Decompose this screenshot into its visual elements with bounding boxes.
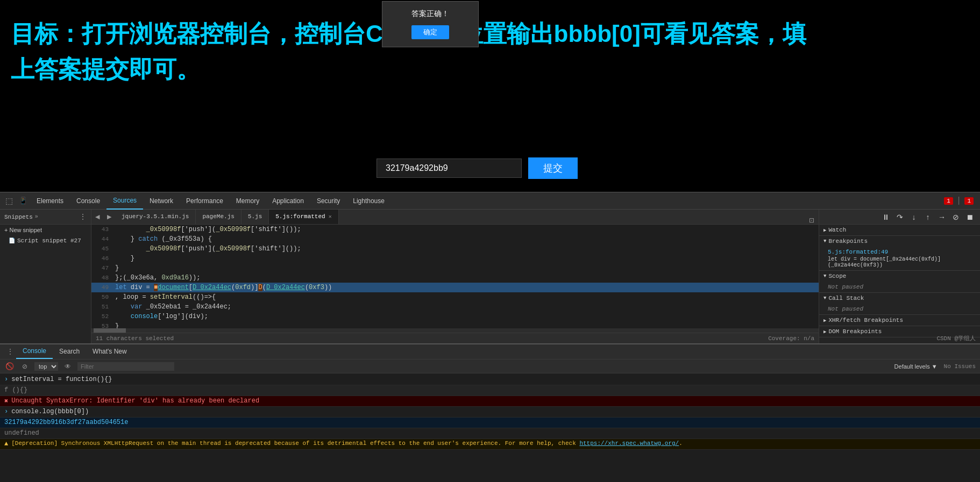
console-tabs: ⋮ Console Search What's New <box>0 344 980 359</box>
code-line-51: 51 var _0x52eba1 = _0x2a44ec; <box>91 302 819 312</box>
file-tab-2[interactable]: 5.js <box>242 210 269 224</box>
line-content-50: , loop = setInterval(()=>{ <box>113 292 216 302</box>
answer-area: 提交 <box>377 157 578 179</box>
file-tab-nav-forward[interactable]: ▶ <box>103 210 115 224</box>
snippet-item[interactable]: 📄 Script snippet #27 <box>0 235 91 246</box>
dom-label: DOM Breakpoints <box>828 328 882 335</box>
file-tab-nav-back[interactable]: ◀ <box>91 210 103 224</box>
snippets-label: Snippets <box>4 214 33 220</box>
debug-deactivate[interactable]: ⊘ <box>950 211 962 223</box>
code-line-49: 49 let div = ■document[D_0x2a44ec(0xfd)]… <box>91 283 819 292</box>
code-line-46: 46 } <box>91 254 819 263</box>
snippet-icon: 📄 <box>9 238 15 244</box>
submit-button[interactable]: 提交 <box>528 157 578 179</box>
scope-section: ▼ Scope Not paused <box>819 271 980 293</box>
console-entry-4: 32179a4292bb916b3df27aabd504651e <box>0 418 980 428</box>
line-content-48: };(_0x3e6a, 0xd9a16)); <box>113 273 200 283</box>
snippets-menu-icon[interactable]: ⋮ <box>79 212 87 221</box>
xhr-collapse-icon: ▶ <box>823 318 826 323</box>
console-text-0: setInterval = function(){} <box>11 376 976 383</box>
file-tab-3-close[interactable]: ✕ <box>329 213 332 220</box>
console-error-icon: ✖ <box>4 397 8 405</box>
breakpoint-file: 5.js:formatted:49 <box>828 249 971 255</box>
devtools: ⬚ 📱 Elements Console Sources Network Per… <box>0 192 980 482</box>
error-badge2: 1 <box>964 197 974 205</box>
code-line-50: 50 , loop = setInterval(()=>{ <box>91 292 819 302</box>
console-top-select[interactable]: top <box>34 362 58 371</box>
tab-sources[interactable]: Sources <box>106 192 143 210</box>
file-tab-0[interactable]: jquery-3.5.1.min.js <box>115 210 196 224</box>
console-entry-1: f (){} <box>0 385 980 396</box>
line-content-47: } <box>113 263 119 273</box>
modal-ok-button[interactable]: 确定 <box>411 25 449 39</box>
sources-panel: Snippets » ⋮ + New snippet 📄 Script snip… <box>0 210 980 343</box>
debug-step-into[interactable]: ↓ <box>908 211 920 223</box>
console-filter-btn[interactable]: ⊘ <box>19 361 30 372</box>
console-eye-btn[interactable]: 👁 <box>62 361 73 372</box>
devtools-icon-inspect[interactable]: ⬚ <box>2 194 16 208</box>
tab-security[interactable]: Security <box>310 192 346 210</box>
call-stack-header[interactable]: ▼ Call Stack <box>819 293 980 304</box>
tab-lighthouse[interactable]: Lighthouse <box>346 192 391 210</box>
devtools-tabbar: ⬚ 📱 Elements Console Sources Network Per… <box>0 192 980 210</box>
watch-header[interactable]: ▶ Watch <box>819 225 980 235</box>
console-tab-whatsnew[interactable]: What's New <box>86 344 133 359</box>
answer-input[interactable] <box>377 159 522 178</box>
file-tab-3-active[interactable]: 5.js:formatted ✕ <box>269 210 338 224</box>
console-panel: ⋮ Console Search What's New 🚫 ⊘ top 👁 De… <box>0 343 980 482</box>
debug-step-out[interactable]: ↑ <box>922 211 934 223</box>
tab-memory[interactable]: Memory <box>230 192 266 210</box>
line-num-44: 44 <box>91 234 113 244</box>
line-content-51: var _0x52eba1 = _0x2a44ec; <box>113 302 231 312</box>
console-issues-label: No Issues <box>944 363 976 370</box>
breakpoints-header[interactable]: ▼ Breakpoints <box>819 236 980 247</box>
new-snippet-button[interactable]: + New snippet <box>0 225 91 235</box>
tab-elements[interactable]: Elements <box>30 192 70 210</box>
call-stack-section: ▼ Call Stack Not paused <box>819 293 980 315</box>
editor-scrollbar-h[interactable] <box>91 328 819 333</box>
debug-step-over[interactable]: ↷ <box>894 211 906 223</box>
debug-pause-btn[interactable]: ⏸ <box>880 211 892 223</box>
file-tab-1[interactable]: pageMe.js <box>196 210 241 224</box>
console-text-5: undefined <box>4 429 976 437</box>
scrollbar-thumb-h[interactable] <box>94 328 126 333</box>
code-line-53: 53 } <box>91 321 819 328</box>
tab-console[interactable]: Console <box>70 192 106 210</box>
file-tab-3-label: 5.js:formatted <box>275 213 325 220</box>
file-tabs-bar: ◀ ▶ jquery-3.5.1.min.js pageMe.js 5.js 5… <box>91 210 819 225</box>
tab-performance[interactable]: Performance <box>180 192 230 210</box>
code-line-48: 48 };(_0x3e6a, 0xd9a16)); <box>91 273 819 283</box>
debugger-panel: ⏸ ↷ ↓ ↑ → ⊘ ⏹ ▶ Watch ▼ Breakpoints <box>819 210 980 343</box>
console-level-select[interactable]: Default levels ▼ <box>894 363 938 370</box>
tab-network[interactable]: Network <box>143 192 180 210</box>
line-num-50: 50 <box>91 292 113 302</box>
console-filter-input[interactable] <box>77 362 174 371</box>
line-num-43: 43 <box>91 225 113 234</box>
page-content: 目标：打开浏览器控制台，控制台Console位置输出bbbb[0]可看见答案，填… <box>0 0 980 192</box>
scope-header[interactable]: ▼ Scope <box>819 271 980 282</box>
console-toolbar: 🚫 ⊘ top 👁 Default levels ▼ No Issues <box>0 359 980 373</box>
console-clear-btn[interactable]: 🚫 <box>4 361 15 372</box>
call-stack-content: Not paused <box>819 304 980 314</box>
tab-application[interactable]: Application <box>266 192 310 210</box>
devtools-icon-device[interactable]: 📱 <box>16 194 30 208</box>
file-tab-expand[interactable]: ⊡ <box>809 217 814 224</box>
scope-content: Not paused <box>819 282 980 292</box>
line-content-52: console['log'](div); <box>113 312 208 321</box>
line-num-49: 49 <box>91 283 113 292</box>
dom-collapse-icon: ▶ <box>823 329 826 335</box>
devtools-vertical-icon[interactable]: ⋮ <box>4 344 16 359</box>
debug-step[interactable]: → <box>936 211 948 223</box>
deprecation-link[interactable]: https://xhr.spec.whatwg.org/ <box>579 440 679 447</box>
line-content-46: } <box>113 254 134 263</box>
watch-label: Watch <box>828 227 846 233</box>
console-entry-warning: ▲ [Deprecation] Synchronous XMLHttpReque… <box>0 439 980 450</box>
debug-stop[interactable]: ⏹ <box>964 211 976 223</box>
code-line-45: 45 _0x50998f['push'](_0x50998f['shift'](… <box>91 244 819 254</box>
xhr-header[interactable]: ▶ XHR/fetch Breakpoints <box>819 315 980 326</box>
console-tab-console[interactable]: Console <box>16 344 53 359</box>
console-text-4: 32179a4292bb916b3df27aabd504651e <box>4 419 976 426</box>
snippets-header: Snippets » ⋮ <box>0 210 91 225</box>
line-content-49: let div = ■document[D_0x2a44ec(0xfd)]D(D… <box>113 283 332 292</box>
console-tab-search[interactable]: Search <box>53 344 86 359</box>
